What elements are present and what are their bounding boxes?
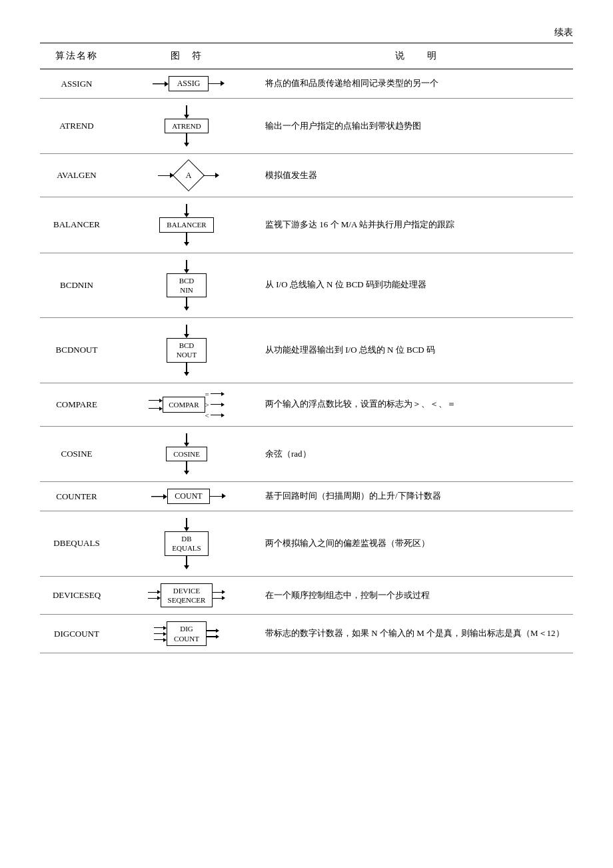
algorithm-symbol: COSINE: [113, 426, 260, 481]
algorithm-name: ASSIGN: [40, 69, 113, 99]
algorithm-name: COUNTER: [40, 482, 113, 511]
algorithm-description: 将点的值和品质传递给相同记录类型的另一个: [260, 69, 573, 99]
algorithm-symbol: BALANCER: [113, 197, 260, 253]
continue-label: 续表: [40, 27, 573, 39]
algorithm-description: 输出一个用户指定的点输出到带状趋势图: [260, 99, 573, 154]
algorithm-name: BCDNOUT: [40, 318, 113, 383]
algorithm-description: 从功能处理器输出到 I/O 总线的 N 位 BCD 码: [260, 318, 573, 383]
table-row: AVALGEN A 模拟值发生器: [40, 154, 573, 197]
algorithm-description: 在一个顺序控制组态中，控制一个步或过程: [260, 576, 573, 615]
algorithm-symbol: COMPAR = > <: [113, 383, 260, 426]
table-row: COSINE COSINE 余弦（rad）: [40, 426, 573, 481]
algorithm-name: DBEQUALS: [40, 511, 113, 577]
algorithm-name: COMPARE: [40, 383, 113, 426]
algorithm-name: DEVICESEQ: [40, 576, 113, 615]
table-row: ATREND ATREND 输出一个用户指定的点输出到带状趋势图: [40, 99, 573, 154]
algorithm-symbol: DBEQUALS: [113, 511, 260, 577]
algorithm-symbol: A: [113, 154, 260, 197]
algorithm-name: ATREND: [40, 99, 113, 154]
algorithm-symbol: BCDNIN: [113, 253, 260, 318]
algorithm-symbol: DEVICESEQENCER: [113, 576, 260, 615]
algorithm-symbol: COUNT: [113, 482, 260, 511]
algorithm-description: 两个输入的浮点数比较，设置的标志为＞、＜、＝: [260, 383, 573, 426]
table-row: DBEQUALS DBEQUALS 两个模拟输入之间的偏差监视器（带死区）: [40, 511, 573, 577]
table-row: COUNTER COUNT 基于回路时间（扫描周期）的上升/下降计数器: [40, 482, 573, 511]
algorithm-name: DIGCOUNT: [40, 615, 113, 653]
table-row: COMPARE COMPAR =: [40, 383, 573, 426]
col-header-symbol: 图 符: [113, 43, 260, 69]
algorithm-symbol: ATREND: [113, 99, 260, 154]
algorithm-description: 监视下游多达 16 个 M/A 站并执行用户指定的跟踪: [260, 197, 573, 253]
col-header-desc: 说 明: [260, 43, 573, 69]
algorithm-description: 模拟值发生器: [260, 154, 573, 197]
algorithm-description: 余弦（rad）: [260, 426, 573, 481]
algorithm-description: 从 I/O 总线输入 N 位 BCD 码到功能处理器: [260, 253, 573, 318]
table-row: BCDNIN BCDNIN 从 I/O 总线输入 N 位 BCD 码到功能处理器: [40, 253, 573, 318]
algorithm-symbol: DIGCOUNT: [113, 615, 260, 653]
table-row: DEVICESEQ DEVICESEQENCER: [40, 576, 573, 615]
table-row: BALANCER BALANCER 监视下游多达 16 个 M/A 站并执行用户…: [40, 197, 573, 253]
col-header-name: 算法名称: [40, 43, 113, 69]
algorithm-description: 两个模拟输入之间的偏差监视器（带死区）: [260, 511, 573, 577]
table-row: ASSIGN ASSIG 将点的值和品质传递给相同记录类型的另一个: [40, 69, 573, 99]
algorithm-name: BCDNIN: [40, 253, 113, 318]
algorithm-description: 带标志的数字计数器，如果 N 个输入的 M 个是真，则输出标志是真（M＜12）: [260, 615, 573, 653]
table-row: DIGCOUNT DIGCOUNT: [40, 615, 573, 653]
algorithm-name: BALANCER: [40, 197, 113, 253]
algorithm-name: COSINE: [40, 426, 113, 481]
algorithm-symbol: BCDNOUT: [113, 318, 260, 383]
algorithm-description: 基于回路时间（扫描周期）的上升/下降计数器: [260, 482, 573, 511]
algorithm-name: AVALGEN: [40, 154, 113, 197]
table-row: BCDNOUT BCDNOUT 从功能处理器输出到 I/O 总线的 N 位 BC…: [40, 318, 573, 383]
algorithm-symbol: ASSIG: [113, 69, 260, 99]
